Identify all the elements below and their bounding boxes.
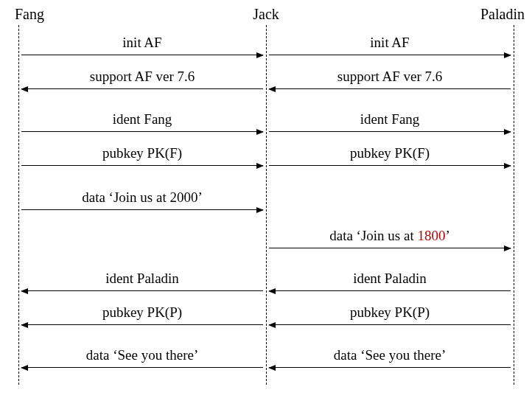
label-seeyou-1: data ‘See you there’: [86, 347, 198, 366]
label-ident-fang-2: ident Fang: [360, 111, 420, 130]
label-ident-fang-1: ident Fang: [113, 111, 172, 130]
label-join2000: data ‘Join us at 2000’: [82, 189, 203, 208]
arrow-support-1: [21, 88, 263, 89]
arrow-init-af-1: [21, 55, 263, 55]
arrow-pkf-2: [269, 165, 511, 166]
label-pkp-2: pubkey PK(P): [350, 304, 430, 323]
label-support-1: support AF ver 7.6: [90, 69, 195, 87]
sequence-diagram: Fang Jack Paladin init AF init AF suppor…: [0, 0, 532, 401]
lifeline-fang: [18, 25, 19, 385]
arrow-seeyou-1: [21, 367, 263, 368]
arrow-join2000: [21, 209, 263, 210]
lifeline-paladin: [514, 25, 514, 385]
arrow-pkp-2: [269, 324, 511, 325]
label-join1800-highlight: 1800: [417, 228, 445, 243]
arrow-ident-paladin-2: [269, 290, 511, 291]
arrow-pkf-1: [21, 165, 263, 166]
label-seeyou-2: data ‘See you there’: [334, 347, 446, 366]
arrow-ident-fang-1: [21, 131, 263, 132]
label-join1800: data ‘Join us at 1800’: [329, 228, 450, 246]
participant-fang: Fang: [15, 6, 44, 23]
label-pkf-1: pubkey PK(F): [102, 145, 182, 164]
label-ident-paladin-1: ident Paladin: [105, 271, 179, 289]
label-init-af-1: init AF: [122, 35, 161, 53]
label-join1800-pre: data ‘Join us at: [329, 228, 417, 243]
arrow-ident-paladin-1: [21, 290, 263, 291]
arrow-support-2: [269, 88, 511, 89]
arrow-ident-fang-2: [269, 131, 511, 132]
arrow-seeyou-2: [269, 367, 511, 368]
label-pkf-2: pubkey PK(F): [350, 145, 430, 164]
label-init-af-2: init AF: [370, 35, 409, 53]
label-ident-paladin-2: ident Paladin: [353, 271, 427, 289]
arrow-init-af-2: [269, 55, 511, 55]
arrow-join1800: [269, 248, 511, 248]
lifeline-jack: [266, 25, 267, 385]
participant-paladin: Paladin: [480, 6, 525, 23]
arrow-pkp-1: [21, 324, 263, 325]
label-join1800-post: ’: [445, 228, 449, 243]
participant-jack: Jack: [253, 6, 279, 23]
label-support-2: support AF ver 7.6: [337, 69, 443, 87]
label-pkp-1: pubkey PK(P): [102, 304, 182, 323]
